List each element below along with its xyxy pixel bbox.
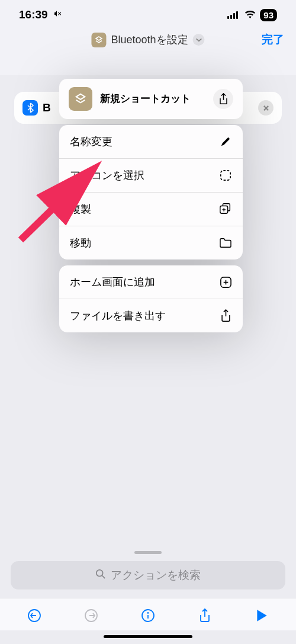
undo-button[interactable] [25,607,43,624]
cellular-signal-icon [227,11,240,19]
drag-handle[interactable] [134,551,162,554]
action-card-label: B [43,101,51,114]
popup-title: 新規ショートカット [100,93,213,105]
svg-rect-2 [233,13,235,19]
menu-move[interactable]: 移動 [59,226,243,259]
context-menu: 新規ショートカット 名称変更 アイコンを選択 複製 移動 [59,79,243,338]
menu-rename[interactable]: 名称変更 [59,125,243,158]
duplicate-icon [219,203,232,216]
bottom-area: アクションを検索 [0,551,296,644]
search-input[interactable]: アクションを検索 [11,561,285,589]
navigation-bar: Bluetoothを設定 完了 [0,27,296,56]
status-bar: 16:39 93 [0,0,296,27]
info-button[interactable] [139,607,157,624]
done-button[interactable]: 完了 [262,32,284,47]
silent-icon [53,8,63,21]
status-right: 93 [227,8,277,21]
search-icon [95,569,106,582]
battery-icon: 93 [260,9,277,21]
status-time: 16:39 [19,8,63,21]
svg-rect-1 [230,15,232,19]
shortcut-icon [91,33,106,47]
play-button[interactable] [253,607,271,624]
wifi-icon [244,8,256,21]
nav-title: Bluetoothを設定 [111,33,188,47]
svg-point-13 [148,613,149,613]
plus-square-icon [219,275,232,289]
popup-header: 新規ショートカット [59,79,243,119]
export-icon [219,309,232,322]
close-icon[interactable] [258,100,274,116]
shortcut-icon [69,87,92,111]
folder-icon [219,236,232,249]
svg-point-9 [96,569,103,576]
menu-add-to-home[interactable]: ホーム画面に追加 [59,265,243,299]
bluetooth-icon [22,100,38,116]
chevron-down-icon[interactable] [193,34,205,46]
menu-duplicate[interactable]: 複製 [59,192,243,226]
redo-button [82,607,100,624]
svg-rect-3 [236,11,238,19]
svg-rect-4 [221,171,230,180]
nav-title-group[interactable]: Bluetoothを設定 [91,33,204,47]
svg-rect-0 [227,16,229,19]
menu-choose-icon[interactable]: アイコンを選択 [59,158,243,192]
pencil-icon [219,135,232,148]
toolbar [0,598,296,630]
share-button[interactable] [196,607,214,624]
dashed-square-icon [219,169,232,182]
home-indicator[interactable] [104,635,192,638]
menu-export-file[interactable]: ファイルを書き出す [59,299,243,332]
share-button[interactable] [213,89,233,109]
